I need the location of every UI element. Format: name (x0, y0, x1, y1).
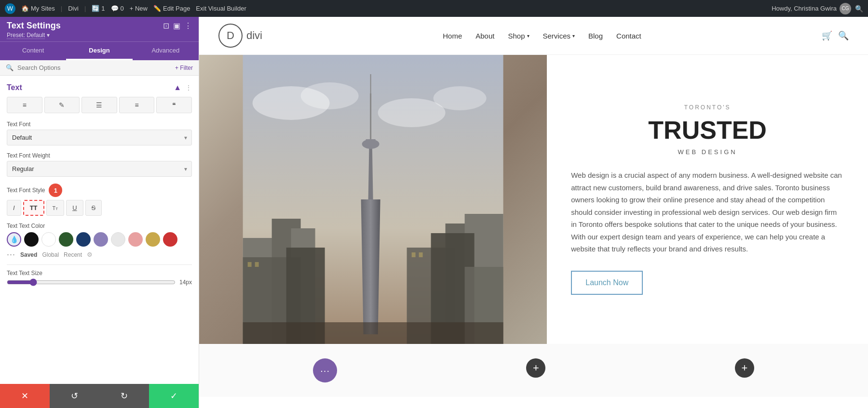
logo-text: divi (246, 29, 262, 42)
italic-button[interactable]: I (7, 200, 21, 216)
main-menu: Home About Shop ▾ Services ▾ Blog Contac… (443, 32, 641, 40)
divider (7, 264, 192, 265)
search-icon[interactable]: 🔍 (855, 5, 863, 13)
search-options-input[interactable] (17, 64, 171, 71)
nav-blog[interactable]: Blog (588, 32, 603, 40)
color-settings-icon[interactable]: ⚙ (87, 251, 93, 258)
preset-selector[interactable]: Preset: Default ▾ (7, 32, 192, 39)
section-title-text: Text (7, 83, 22, 92)
text-font-weight-wrapper: Regular (7, 161, 192, 177)
section-more-icon[interactable]: ⋮ (185, 84, 192, 92)
text-font-label: Text Font (7, 121, 192, 128)
text-font-select[interactable]: Default (7, 130, 192, 145)
filter-button[interactable]: + Filter (175, 65, 193, 71)
alignment-buttons: ≡ ✎ ☰ ≡ ❝ (7, 97, 192, 113)
section-collapse-icon[interactable]: ▲ (174, 83, 181, 92)
module-options-button[interactable]: ··· (313, 358, 337, 382)
global-colors-tab[interactable]: Global (42, 251, 59, 258)
my-sites-link[interactable]: 🏠 My Sites (21, 5, 55, 12)
eyedropper-button[interactable]: 💧 (7, 232, 21, 247)
nav-services[interactable]: Services ▾ (543, 32, 575, 40)
site-logo[interactable]: D divi (218, 24, 262, 48)
color-swatch-lightgray[interactable] (111, 232, 125, 247)
link-button[interactable]: ✎ (44, 97, 80, 113)
divi-link[interactable]: Divi (68, 5, 79, 12)
launch-now-button[interactable]: Launch Now (571, 271, 643, 295)
nav-about[interactable]: About (475, 32, 494, 40)
svg-rect-13 (366, 139, 376, 146)
main-layout: Text Settings ⊡ ▣ ⋮ Preset: Default ▾ Co… (0, 17, 868, 408)
comment-bubble-link[interactable]: 💬 0 (111, 5, 124, 12)
color-swatch-red[interactable] (163, 232, 177, 247)
notification-badge: 1 (49, 184, 62, 197)
cart-icon[interactable]: 🛒 (822, 30, 832, 41)
uppercase-button[interactable]: TT (23, 200, 44, 216)
panel-tabs: Content Design Advanced (0, 41, 199, 60)
wp-icon[interactable]: W (5, 3, 15, 14)
exit-builder-button[interactable]: Exit Visual Builder (196, 5, 246, 12)
color-swatch-lavender[interactable] (94, 232, 108, 247)
capitalize-button[interactable]: Tt (46, 200, 65, 216)
add-column-button-2[interactable]: + (735, 358, 754, 378)
nav-contact[interactable]: Contact (616, 32, 641, 40)
color-swatch-darkgreen[interactable] (59, 232, 73, 247)
cancel-button[interactable]: ✕ (0, 384, 50, 408)
text-size-slider[interactable] (7, 278, 176, 286)
avatar[interactable]: CG (840, 3, 851, 14)
recent-colors-tab[interactable]: Recent (64, 251, 82, 258)
add-column-button-1[interactable]: + (526, 358, 545, 378)
hero-section: TORONTO'S TRUSTED WEB DESIGN Web design … (199, 55, 868, 344)
panel-search-bar: 🔍 + Filter (0, 60, 199, 76)
new-link[interactable]: + New (130, 5, 148, 12)
color-swatch-navy[interactable] (76, 232, 91, 247)
color-swatch-white[interactable] (41, 232, 56, 247)
tab-content[interactable]: Content (0, 42, 66, 60)
panel-header: Text Settings ⊡ ▣ ⋮ Preset: Default ▾ (0, 17, 199, 41)
city-skyline-svg (199, 55, 547, 344)
color-swatch-gold[interactable] (146, 232, 160, 247)
hero-image (199, 55, 547, 344)
list-button[interactable]: ☰ (81, 97, 117, 113)
svg-rect-22 (248, 262, 252, 267)
more-icon[interactable]: ⋮ (184, 21, 192, 30)
search-nav-icon[interactable]: 🔍 (838, 30, 849, 41)
text-size-value: 14px (179, 279, 192, 286)
more-colors-button[interactable]: ··· (7, 250, 15, 260)
strikethrough-button[interactable]: S (85, 200, 102, 216)
tab-advanced[interactable]: Advanced (133, 42, 199, 60)
shop-chevron-icon: ▾ (527, 33, 529, 39)
settings-panel: Text Settings ⊡ ▣ ⋮ Preset: Default ▾ Co… (0, 17, 199, 408)
color-swatch-black[interactable] (24, 232, 39, 247)
hero-subtitle: TORONTO'S (571, 104, 844, 111)
panel-content: Text ▲ ⋮ ≡ ✎ ☰ ≡ ❝ Text Font Default (0, 76, 199, 384)
add-row-section: ··· + + (199, 344, 868, 397)
edit-page-button[interactable]: ✏️ Edit Page (153, 5, 190, 12)
align-left-button[interactable]: ≡ (7, 97, 42, 113)
underline-button[interactable]: U (66, 200, 83, 216)
hero-image-placeholder (199, 55, 547, 344)
tab-design[interactable]: Design (66, 42, 132, 60)
nav-home[interactable]: Home (443, 32, 462, 40)
text-size-row: 14px (7, 278, 192, 286)
nav-shop[interactable]: Shop ▾ (508, 32, 529, 40)
saved-colors-tab[interactable]: Saved (20, 251, 37, 258)
color-swatches-row: 💧 (7, 232, 192, 247)
color-swatch-pink[interactable] (128, 232, 143, 247)
color-tabs: Saved Global Recent (20, 251, 82, 258)
text-font-weight-label: Text Font Weight (7, 152, 192, 159)
text-font-weight-select[interactable]: Regular (7, 161, 192, 177)
site-preview: D divi Home About Shop ▾ Services ▾ Blog… (199, 17, 868, 408)
comment-link[interactable]: 🔄 1 (92, 5, 105, 12)
save-button[interactable]: ✓ (149, 384, 199, 408)
svg-marker-10 (361, 199, 380, 334)
expand-icon[interactable]: ▣ (173, 21, 180, 30)
hero-title2: WEB DESIGN (571, 148, 844, 156)
redo-button[interactable]: ↻ (99, 384, 149, 408)
minimize-icon[interactable]: ⊡ (163, 21, 169, 30)
panel-header-icons: ⊡ ▣ ⋮ (163, 21, 192, 30)
user-info: Howdy, Christina Gwira CG (772, 3, 851, 14)
ordered-list-button[interactable]: ≡ (119, 97, 155, 113)
panel-bottom-bar: ✕ ↺ ↻ ✓ (0, 384, 199, 408)
quote-button[interactable]: ❝ (156, 97, 192, 113)
undo-button[interactable]: ↺ (50, 384, 99, 408)
